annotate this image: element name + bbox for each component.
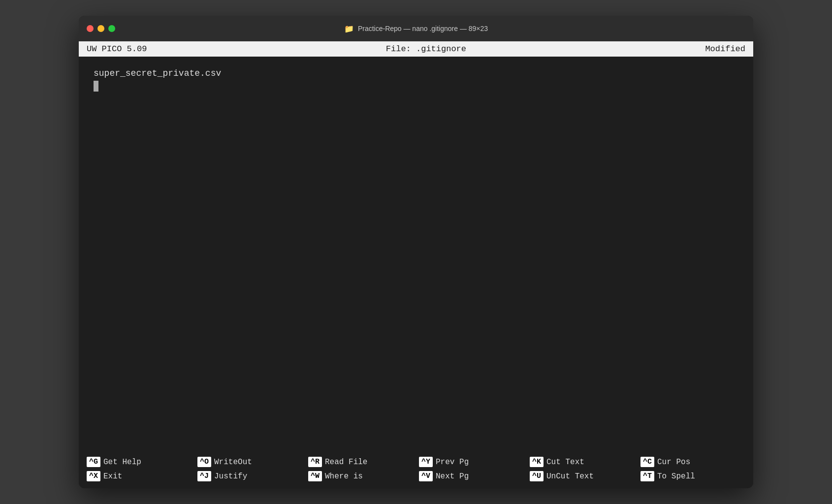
footer-item-cur-pos[interactable]: ^C Cur Pos	[638, 455, 748, 469]
nano-version: UW PICO 5.09	[87, 44, 147, 54]
label-where-is: Where is	[325, 472, 363, 481]
title-bar-center: 📁 Practice-Repo — nano .gitignore — 89×2…	[344, 24, 488, 33]
folder-icon: 📁	[344, 24, 354, 33]
nano-filename: File: .gitignore	[386, 44, 466, 54]
label-justify: Justify	[214, 472, 247, 481]
key-ctrl-c: ^C	[640, 457, 654, 467]
title-bar: 📁 Practice-Repo — nano .gitignore — 89×2…	[79, 16, 753, 41]
window-title: Practice-Repo — nano .gitignore — 89×23	[358, 25, 488, 32]
key-ctrl-k: ^K	[530, 457, 544, 467]
nano-modified: Modified	[705, 44, 745, 54]
label-prev-pg: Prev Pg	[436, 458, 469, 467]
key-ctrl-t: ^T	[640, 471, 654, 481]
cursor-line	[94, 81, 738, 92]
footer-item-uncut-text[interactable]: ^U UnCut Text	[527, 469, 638, 483]
key-ctrl-r: ^R	[308, 457, 322, 467]
key-ctrl-j: ^J	[197, 471, 211, 481]
nano-header: UW PICO 5.09 File: .gitignore Modified	[79, 41, 753, 57]
editor-line-1: super_secret_private.csv	[94, 66, 738, 81]
key-ctrl-u: ^U	[530, 471, 544, 481]
footer-item-get-help[interactable]: ^G Get Help	[84, 455, 194, 469]
footer-item-exit[interactable]: ^X Exit	[84, 469, 194, 483]
key-ctrl-y: ^Y	[419, 457, 433, 467]
label-next-pg: Next Pg	[436, 472, 469, 481]
editor-content: super_secret_private.csv	[94, 66, 738, 92]
key-ctrl-g: ^G	[87, 457, 100, 467]
footer-item-to-spell[interactable]: ^T To Spell	[638, 469, 748, 483]
footer-item-where-is[interactable]: ^W Where is	[305, 469, 416, 483]
label-to-spell: To Spell	[657, 472, 695, 481]
label-get-help: Get Help	[103, 458, 141, 467]
nano-footer: ^G Get Help ^O WriteOut ^R Read File ^Y …	[79, 450, 753, 488]
editor-area[interactable]: super_secret_private.csv	[79, 57, 753, 450]
label-cur-pos: Cur Pos	[657, 458, 690, 467]
close-button[interactable]	[87, 25, 94, 32]
terminal-window: 📁 Practice-Repo — nano .gitignore — 89×2…	[79, 16, 753, 488]
cursor-block	[94, 81, 98, 92]
footer-item-justify[interactable]: ^J Justify	[194, 469, 305, 483]
key-ctrl-w: ^W	[308, 471, 322, 481]
footer-item-cut-text[interactable]: ^K Cut Text	[527, 455, 638, 469]
label-uncut-text: UnCut Text	[546, 472, 594, 481]
key-ctrl-o: ^O	[197, 457, 211, 467]
traffic-lights	[87, 25, 115, 32]
footer-item-read-file[interactable]: ^R Read File	[305, 455, 416, 469]
label-cut-text: Cut Text	[546, 458, 584, 467]
key-ctrl-v: ^V	[419, 471, 433, 481]
footer-row-2: ^X Exit ^J Justify ^W Where is ^V Next P…	[79, 469, 753, 483]
label-exit: Exit	[103, 472, 122, 481]
footer-item-writeout[interactable]: ^O WriteOut	[194, 455, 305, 469]
footer-item-next-pg[interactable]: ^V Next Pg	[416, 469, 527, 483]
label-read-file: Read File	[325, 458, 367, 467]
label-writeout: WriteOut	[214, 458, 252, 467]
maximize-button[interactable]	[108, 25, 115, 32]
footer-row-1: ^G Get Help ^O WriteOut ^R Read File ^Y …	[79, 455, 753, 469]
minimize-button[interactable]	[97, 25, 104, 32]
footer-item-prev-pg[interactable]: ^Y Prev Pg	[416, 455, 527, 469]
key-ctrl-x: ^X	[87, 471, 100, 481]
